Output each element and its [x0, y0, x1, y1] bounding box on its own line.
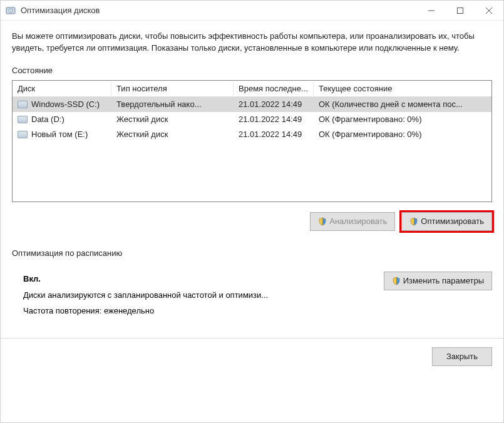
change-settings-button[interactable]: Изменить параметры — [384, 272, 492, 290]
change-settings-label: Изменить параметры — [403, 276, 484, 285]
shield-icon — [318, 217, 327, 226]
col-header-last[interactable]: Время последне... — [234, 81, 314, 96]
drive-last-run: 21.01.2022 14:49 — [234, 113, 314, 125]
maximize-button[interactable] — [446, 1, 475, 21]
drive-icon — [18, 116, 28, 123]
table-row[interactable]: Windows-SSD (C:)Твердотельный нако...21.… — [13, 97, 491, 112]
intro-text: Вы можете оптимизировать диски, чтобы по… — [12, 31, 492, 54]
drive-media: Жесткий диск — [111, 113, 234, 125]
drive-last-run: 21.01.2022 14:49 — [234, 98, 314, 110]
shield-icon — [409, 217, 418, 226]
list-header: Диск Тип носителя Время последне... Теку… — [13, 81, 491, 97]
drive-list[interactable]: Диск Тип носителя Время последне... Теку… — [12, 80, 492, 202]
schedule-description: Диски анализируются с запланированной ча… — [23, 288, 268, 303]
state-label: Состояние — [12, 66, 492, 75]
drive-media: Жесткий диск — [111, 128, 234, 140]
shield-icon — [392, 277, 401, 285]
table-row[interactable]: Data (D:)Жесткий диск21.01.2022 14:49ОК … — [13, 112, 491, 127]
app-icon — [6, 6, 16, 16]
drive-status: ОК (Фрагментировано: 0%) — [314, 128, 491, 140]
drive-icon — [18, 101, 28, 108]
optimize-button-label: Оптимизировать — [421, 217, 484, 226]
schedule-status: Вкл. — [23, 272, 268, 287]
drive-media: Твердотельный нако... — [111, 98, 234, 110]
close-button[interactable]: Закрыть — [432, 347, 492, 366]
drive-icon — [18, 131, 28, 138]
window-title: Оптимизация дисков — [21, 6, 417, 15]
drive-status: ОК (Фрагментировано: 0%) — [314, 113, 491, 125]
close-window-button[interactable] — [475, 1, 503, 21]
schedule-label: Оптимизация по расписанию — [12, 248, 492, 258]
drive-name: Data (D:) — [31, 115, 64, 124]
window-controls — [417, 1, 503, 21]
col-header-status[interactable]: Текущее состояние — [314, 81, 491, 96]
svg-point-2 — [10, 10, 11, 11]
drive-last-run: 21.01.2022 14:49 — [234, 128, 314, 140]
analyze-button[interactable]: Анализировать — [310, 212, 395, 231]
minimize-button[interactable] — [417, 1, 446, 21]
analyze-button-label: Анализировать — [329, 217, 387, 226]
col-header-media[interactable]: Тип носителя — [111, 81, 234, 96]
schedule-frequency: Частота повторения: еженедельно — [23, 303, 268, 319]
close-button-label: Закрыть — [446, 352, 478, 361]
drive-status: ОК (Количество дней с момента пос... — [314, 98, 491, 110]
table-row[interactable]: Новый том (E:)Жесткий диск21.01.2022 14:… — [13, 127, 491, 142]
col-header-disk[interactable]: Диск — [13, 81, 111, 96]
drive-name: Windows-SSD (C:) — [31, 99, 100, 109]
optimize-button[interactable]: Оптимизировать — [401, 212, 492, 231]
svg-rect-4 — [458, 8, 463, 13]
titlebar: Оптимизация дисков — [1, 1, 503, 21]
drive-name: Новый том (E:) — [31, 130, 88, 139]
